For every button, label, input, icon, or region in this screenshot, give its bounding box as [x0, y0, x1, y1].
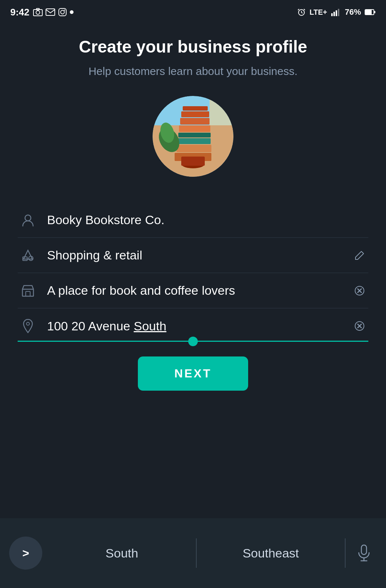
description-value: A place for book and coffee lovers — [47, 283, 351, 298]
mic-button[interactable] — [351, 545, 377, 562]
svg-point-6 — [64, 10, 65, 11]
main-content: Create your business profile Help custom… — [0, 22, 386, 402]
keyboard-area: > South Southeast — [0, 518, 386, 588]
battery-label: 76% — [345, 7, 361, 17]
form-area: Booky Bookstore Co. Shopping & retail — [18, 202, 368, 342]
notification-dot — [70, 10, 74, 14]
suggestion-divider-2 — [345, 538, 346, 568]
photo-icon — [33, 8, 43, 16]
svg-rect-23 — [176, 145, 211, 152]
svg-rect-49 — [361, 545, 367, 555]
page-subtitle: Help customers learn about your business… — [89, 65, 298, 78]
svg-point-1 — [36, 11, 40, 14]
suggestion-southeast[interactable]: Southeast — [197, 546, 345, 560]
business-name-field[interactable]: Booky Bookstore Co. — [18, 202, 368, 238]
keyboard-chevron-button[interactable]: > — [9, 537, 42, 570]
svg-rect-25 — [178, 133, 211, 137]
business-name-value: Booky Bookstore Co. — [47, 213, 368, 227]
svg-rect-26 — [179, 125, 210, 132]
category-field[interactable]: Shopping & retail — [18, 238, 368, 273]
next-button[interactable]: NEXT — [138, 356, 248, 391]
status-left: 9:42 — [10, 7, 74, 18]
description-field[interactable]: A place for book and coffee lovers — [18, 273, 368, 308]
status-bar: 9:42 LTE+ — [0, 0, 386, 22]
svg-rect-39 — [22, 289, 33, 296]
svg-rect-27 — [180, 118, 210, 125]
svg-point-45 — [26, 322, 29, 325]
svg-rect-24 — [178, 138, 211, 144]
category-value: Shopping & retail — [47, 248, 351, 262]
svg-rect-13 — [333, 12, 335, 16]
instagram-icon — [58, 8, 67, 17]
person-icon — [18, 214, 38, 227]
clear-address-button[interactable] — [351, 320, 368, 331]
svg-point-5 — [61, 10, 64, 14]
svg-rect-40 — [26, 291, 30, 296]
svg-point-35 — [25, 215, 31, 221]
mail-icon — [46, 8, 55, 16]
chevron-right-icon: > — [22, 546, 29, 560]
status-right: LTE+ 76% — [297, 7, 376, 17]
status-icons — [33, 8, 74, 17]
cursor-dot — [188, 337, 198, 346]
svg-marker-36 — [24, 250, 32, 259]
page-title: Create your business profile — [79, 37, 307, 57]
clear-description-button[interactable] — [351, 285, 368, 296]
svg-rect-14 — [336, 10, 337, 16]
keyboard-suggestion-row: > South Southeast — [0, 518, 386, 588]
svg-rect-29 — [183, 106, 208, 111]
active-field-underline — [18, 341, 368, 342]
svg-line-10 — [298, 9, 299, 10]
category-icon — [18, 249, 38, 262]
time-display: 9:42 — [10, 7, 29, 18]
svg-rect-4 — [59, 8, 66, 16]
svg-rect-12 — [331, 13, 333, 16]
svg-line-9 — [301, 12, 303, 13]
svg-rect-34 — [210, 96, 233, 125]
avatar[interactable] — [153, 96, 233, 177]
avatar-image — [153, 96, 233, 177]
store-icon — [18, 284, 38, 297]
signal-icon — [331, 8, 341, 16]
svg-rect-15 — [338, 9, 339, 16]
suggestion-south[interactable]: South — [48, 546, 196, 560]
next-button-container: NEXT — [18, 342, 368, 402]
edit-category-button[interactable] — [351, 250, 368, 261]
lte-label: LTE+ — [310, 8, 327, 17]
svg-rect-3 — [46, 9, 55, 15]
svg-rect-31 — [181, 157, 205, 166]
svg-rect-17 — [365, 10, 372, 14]
address-field[interactable]: 100 20 Avenue South — [18, 319, 368, 338]
location-icon — [18, 319, 38, 333]
address-value: 100 20 Avenue South — [47, 319, 351, 333]
svg-rect-18 — [374, 11, 375, 13]
battery-icon — [365, 9, 376, 15]
svg-rect-28 — [181, 111, 209, 117]
alarm-icon — [297, 8, 306, 17]
address-field-container: 100 20 Avenue South — [18, 308, 368, 342]
svg-line-11 — [304, 9, 305, 10]
address-underlined-word: South — [134, 319, 167, 333]
